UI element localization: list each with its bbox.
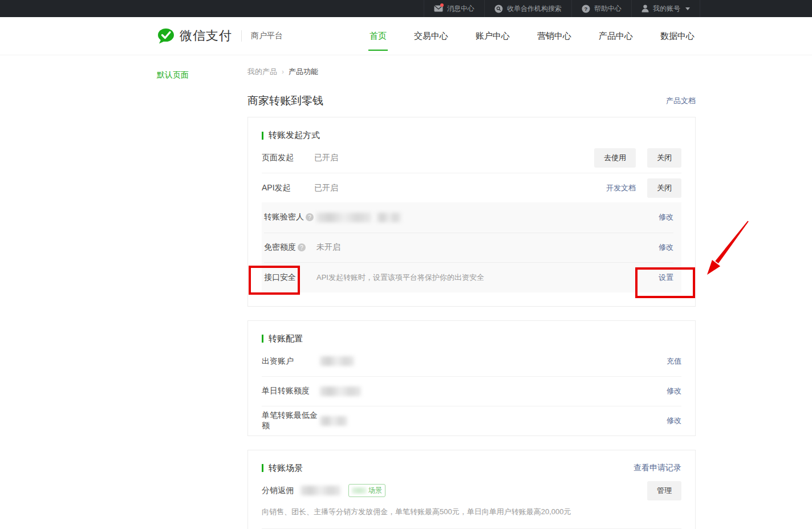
section-title: 转账场景: [262, 463, 303, 474]
row-label: 转账验密人 ?: [264, 212, 316, 222]
api-settings-panel: 转账验密人 ? 修改 免密额度 ? 未开启 修改: [262, 202, 681, 292]
section-title-text: 转账发起方式: [269, 130, 320, 141]
section-accent-bar: [262, 335, 263, 343]
redacted-value: [316, 213, 371, 222]
row-min-amount: 单笔转账最低金额 修改: [262, 406, 681, 436]
dev-doc-link[interactable]: 开发文档: [606, 183, 636, 193]
section-accent-bar: [262, 132, 263, 140]
section-title: 转账发起方式: [262, 130, 320, 141]
merchant-platform-page: 消息中心 收单合作机构搜索 ? 帮助中心 我的账号: [0, 0, 812, 529]
product-doc-link[interactable]: 产品文档: [666, 96, 696, 106]
redacted-value: [301, 486, 340, 495]
close-api-initiate-button[interactable]: 关闭: [647, 178, 681, 198]
row-daily-limit: 单日转账额度 修改: [262, 376, 681, 406]
nav-item-transactions[interactable]: 交易中心: [413, 29, 449, 44]
sidebar-item-default-page[interactable]: 默认页面: [157, 70, 189, 80]
recharge-link[interactable]: 充值: [667, 356, 681, 367]
breadcrumb: 我的产品 › 产品功能: [247, 67, 696, 76]
scene-badge-text: 场景: [368, 486, 382, 495]
modify-free-pass-link[interactable]: 修改: [659, 242, 673, 253]
topbar-item-my-account[interactable]: 我的账号: [631, 0, 700, 17]
row-value: 未开启: [316, 242, 659, 253]
modify-verifier-link[interactable]: 修改: [659, 212, 673, 222]
nav-item-product-center[interactable]: 产品中心: [598, 29, 634, 44]
topbar: 消息中心 收单合作机构搜索 ? 帮助中心 我的账号: [0, 0, 812, 17]
row-distribution-commission: 分销返佣 场景 管理: [262, 477, 681, 504]
card-transfer-config: 转账配置 出资账户 充值 单日转账额度 修改 单笔转账最低金额: [247, 320, 696, 436]
settings-link[interactable]: 设置: [659, 272, 673, 283]
section-head: 转账配置: [262, 321, 681, 344]
notification-dot: [440, 3, 444, 7]
topbar-item-label: 帮助中心: [594, 4, 622, 14]
go-use-button[interactable]: 去使用: [594, 148, 636, 168]
brand-name: 微信支付: [180, 27, 232, 44]
section-title-text: 转账配置: [269, 333, 303, 344]
scene-description: 向销售、团长、主播等分销方发放佣金，单笔转账最高500元，单日向单用户转账最高2…: [262, 507, 681, 517]
breadcrumb-separator: ›: [282, 68, 284, 76]
scene-badge: 场景: [348, 484, 385, 497]
topbar-item-label: 收单合作机构搜索: [507, 4, 562, 14]
scene-name-group: 分销返佣 场景: [262, 484, 647, 497]
close-page-initiate-button[interactable]: 关闭: [647, 148, 681, 168]
row-value-redacted: [320, 386, 667, 396]
row-label: API发起: [262, 183, 314, 193]
row-value-redacted: [320, 416, 667, 426]
modify-daily-limit-link[interactable]: 修改: [667, 386, 681, 396]
account-icon: [642, 5, 649, 13]
acquiring-search-icon: [494, 5, 503, 13]
topbar-item-label: 我的账号: [653, 4, 680, 14]
row-api-security: 接口安全 API发起转账时，设置该项平台将保护你的出资安全 设置: [264, 262, 673, 292]
nav-item-account-center[interactable]: 账户中心: [474, 29, 511, 44]
topbar-item-messages[interactable]: 消息中心: [424, 0, 484, 17]
wechat-pay-logo-icon: [157, 28, 175, 44]
row-funding-account: 出资账户 充值: [262, 347, 681, 376]
breadcrumb-product-features: 产品功能: [289, 67, 318, 77]
scene-label: 分销返佣: [262, 486, 294, 496]
row-label-text: 免密额度: [264, 242, 296, 253]
manage-button[interactable]: 管理: [647, 481, 681, 500]
row-label: 页面发起: [262, 153, 314, 163]
nav-item-marketing-center[interactable]: 营销中心: [536, 29, 573, 44]
redacted-value: [320, 416, 347, 426]
page-title-row: 商家转账到零钱 产品文档: [247, 93, 696, 108]
header: 微信支付 商户平台 首页 交易中心 账户中心 营销中心 产品中心 数据中心: [0, 17, 812, 55]
modify-min-amount-link[interactable]: 修改: [667, 416, 681, 426]
topbar-item-label: 消息中心: [447, 4, 474, 14]
help-icon: ?: [582, 5, 590, 13]
annotation-arrow: [700, 220, 753, 283]
row-value-redacted: [320, 356, 667, 366]
row-api-initiate: API发起 已开启 开发文档 关闭: [262, 173, 681, 202]
api-security-label: 接口安全: [264, 272, 316, 283]
row-label-text: 转账验密人: [264, 212, 304, 222]
svg-text:?: ?: [584, 6, 588, 12]
section-head: 转账场景 查看申请记录: [262, 450, 681, 474]
nav-item-home[interactable]: 首页: [368, 29, 388, 44]
help-icon[interactable]: ?: [298, 243, 306, 251]
brand-group: 微信支付 商户平台: [157, 17, 283, 55]
card-transfer-methods: 转账发起方式 页面发起 已开启 去使用 关闭 API发起 已开启 开发文档 关闭: [247, 117, 696, 307]
help-icon[interactable]: ?: [306, 213, 314, 221]
row-label: 单日转账额度: [262, 386, 320, 396]
redacted-value: [320, 356, 354, 366]
section-title: 转账配置: [262, 333, 303, 344]
row-transfer-verifier: 转账验密人 ? 修改: [264, 202, 673, 233]
row-label: 单笔转账最低金额: [262, 410, 320, 431]
redacted-value: [320, 386, 361, 396]
row-value: 已开启: [314, 153, 594, 163]
row-label: 免密额度 ?: [264, 242, 316, 253]
platform-label: 商户平台: [251, 31, 283, 41]
breadcrumb-my-products[interactable]: 我的产品: [247, 67, 277, 77]
page-title: 商家转账到零钱: [247, 93, 323, 108]
topbar-item-help-center[interactable]: ? 帮助中心: [571, 0, 631, 17]
section-accent-bar: [262, 464, 263, 472]
redacted-badge-text: [352, 487, 367, 494]
topbar-item-acquiring-search[interactable]: 收单合作机构搜索: [484, 0, 571, 17]
nav-item-data-center[interactable]: 数据中心: [659, 29, 696, 44]
chevron-down-icon: [685, 7, 690, 10]
redacted-value: [377, 213, 401, 222]
section-head: 转账发起方式: [262, 117, 681, 141]
content: 我的产品 › 产品功能 商家转账到零钱 产品文档 转账发起方式 页面发起 已开启…: [247, 67, 696, 529]
row-label: 出资账户: [262, 356, 320, 367]
view-application-records-link[interactable]: 查看申请记录: [634, 463, 681, 473]
api-security-desc: API发起转账时，设置该项平台将保护你的出资安全: [316, 272, 659, 283]
